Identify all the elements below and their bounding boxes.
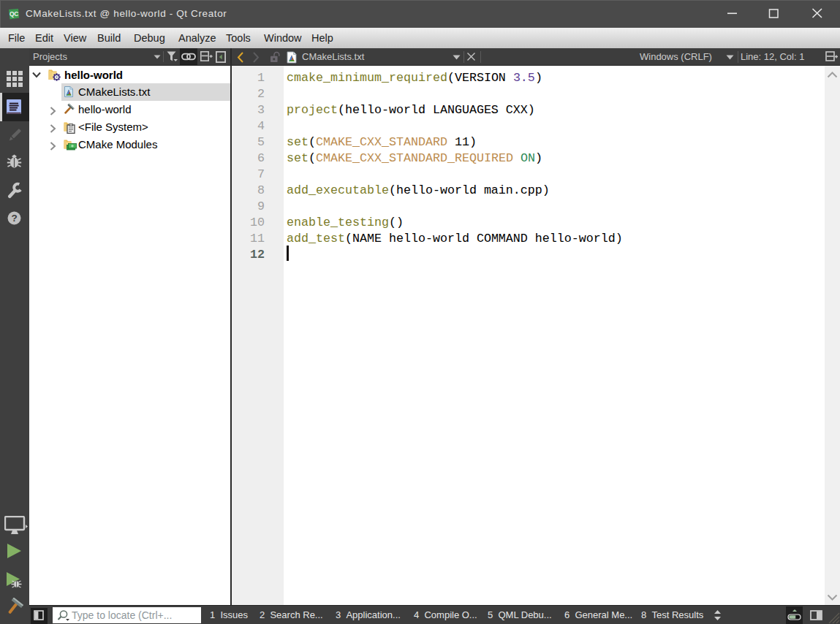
svg-text:QC: QC bbox=[10, 10, 18, 18]
svg-text:?: ? bbox=[11, 213, 17, 224]
